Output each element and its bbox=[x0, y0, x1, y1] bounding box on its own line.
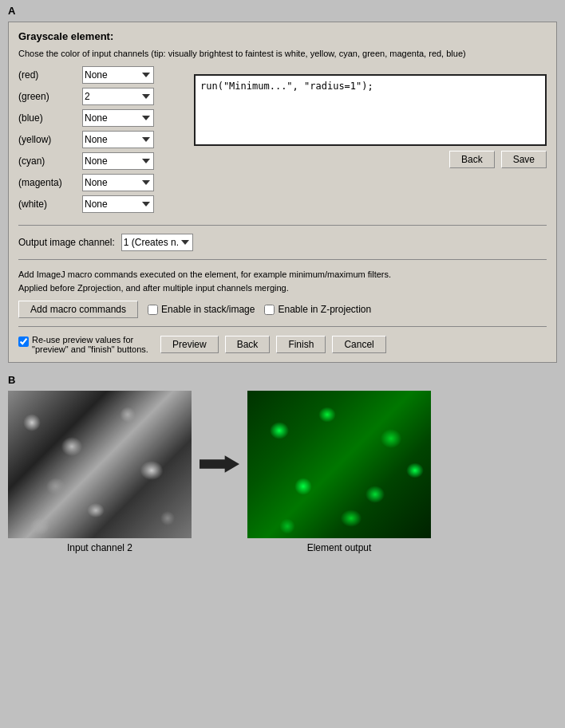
channel-select-magenta[interactable]: None12345 bbox=[82, 174, 154, 191]
bottom-btns: Preview Back Finish Cancel bbox=[160, 336, 386, 353]
channel-select-blue[interactable]: None12345 bbox=[82, 109, 154, 127]
macro-info-text: Add ImageJ macro commands executed on th… bbox=[18, 268, 547, 294]
channel-name: (yellow) bbox=[18, 134, 82, 145]
output-channel-select[interactable]: 1 (Creates n... 2 3 bbox=[121, 234, 193, 251]
add-macro-button[interactable]: Add macro commands bbox=[18, 301, 138, 318]
output-image bbox=[247, 391, 431, 538]
input-image-caption: Input channel 2 bbox=[67, 542, 132, 553]
output-row: Output image channel: 1 (Creates n... 2 … bbox=[18, 234, 547, 251]
channel-row: (cyan)None12345 bbox=[18, 152, 178, 170]
back-button[interactable]: Back bbox=[225, 336, 271, 353]
channel-name: (cyan) bbox=[18, 155, 82, 167]
enable-z-label[interactable]: Enable in Z-projection bbox=[264, 304, 371, 315]
bottom-buttons-row: Re-use preview values for "preview" and … bbox=[18, 335, 547, 354]
back-macro-button[interactable]: Back bbox=[449, 151, 495, 168]
output-image-block: Element output bbox=[247, 391, 431, 553]
macro-col: Back Save bbox=[194, 66, 547, 217]
channel-row: (magenta)None12345 bbox=[18, 174, 178, 191]
channel-select-yellow[interactable]: None12345 bbox=[82, 131, 154, 148]
channels-col: (red)None12345(green)None12345(blue)None… bbox=[18, 66, 178, 217]
channel-select-cyan[interactable]: None12345 bbox=[82, 152, 154, 170]
separator-3 bbox=[18, 326, 547, 327]
channel-name: (blue) bbox=[18, 112, 82, 124]
grayscale-title: Grayscale element: bbox=[18, 30, 547, 42]
channel-select-green[interactable]: None12345 bbox=[82, 88, 154, 105]
separator-2 bbox=[18, 259, 547, 260]
channel-name: (red) bbox=[18, 69, 82, 81]
output-label: Output image channel: bbox=[18, 237, 115, 248]
svg-marker-0 bbox=[200, 455, 239, 473]
channel-row: (red)None12345 bbox=[18, 66, 178, 84]
panel-box: Grayscale element: Chose the color of in… bbox=[8, 22, 557, 363]
arrow-icon bbox=[200, 452, 239, 476]
channel-row: (white)None12345 bbox=[18, 195, 178, 213]
enable-stack-checkbox[interactable] bbox=[148, 305, 158, 315]
separator-1 bbox=[18, 225, 547, 226]
enable-stack-label[interactable]: Enable in stack/image bbox=[148, 304, 255, 315]
section-b-label: B bbox=[8, 374, 557, 386]
channel-select-red[interactable]: None12345 bbox=[82, 66, 154, 84]
channels-and-macro: (red)None12345(green)None12345(blue)None… bbox=[18, 66, 547, 217]
channel-name: (green) bbox=[18, 91, 82, 102]
macro-buttons: Back Save bbox=[194, 151, 547, 168]
channel-row: (blue)None12345 bbox=[18, 109, 178, 127]
input-image bbox=[8, 391, 192, 538]
preview-button[interactable]: Preview bbox=[160, 336, 219, 353]
reuse-label[interactable]: Re-use preview values for "preview" and … bbox=[18, 335, 154, 354]
input-image-block: Input channel 2 bbox=[8, 391, 192, 553]
reuse-checkbox[interactable] bbox=[18, 336, 29, 347]
add-macro-row: Add macro commands Enable in stack/image… bbox=[18, 301, 547, 318]
channel-select-white[interactable]: None12345 bbox=[82, 195, 154, 213]
channel-rows-container: (red)None12345(green)None12345(blue)None… bbox=[18, 66, 178, 213]
channel-name: (white) bbox=[18, 199, 82, 210]
channel-row: (green)None12345 bbox=[18, 88, 178, 105]
enable-z-checkbox[interactable] bbox=[264, 305, 275, 315]
macro-editor[interactable] bbox=[194, 74, 547, 146]
section-a-label: A bbox=[8, 5, 557, 17]
green-image bbox=[247, 391, 431, 538]
images-row: Input channel 2 Element output bbox=[8, 391, 557, 553]
arrow-right bbox=[200, 452, 239, 476]
save-macro-button[interactable]: Save bbox=[501, 151, 547, 168]
section-a: A Grayscale element: Chose the color of … bbox=[0, 0, 565, 371]
section-b: B Input channel 2 Element output bbox=[0, 371, 565, 561]
cancel-button[interactable]: Cancel bbox=[332, 336, 385, 353]
channel-name: (magenta) bbox=[18, 177, 82, 188]
channel-row: (yellow)None12345 bbox=[18, 131, 178, 148]
output-image-caption: Element output bbox=[307, 542, 372, 553]
grayscale-image bbox=[8, 391, 192, 538]
finish-button[interactable]: Finish bbox=[276, 336, 326, 353]
tip-text: Chose the color of input channels (tip: … bbox=[18, 49, 547, 58]
